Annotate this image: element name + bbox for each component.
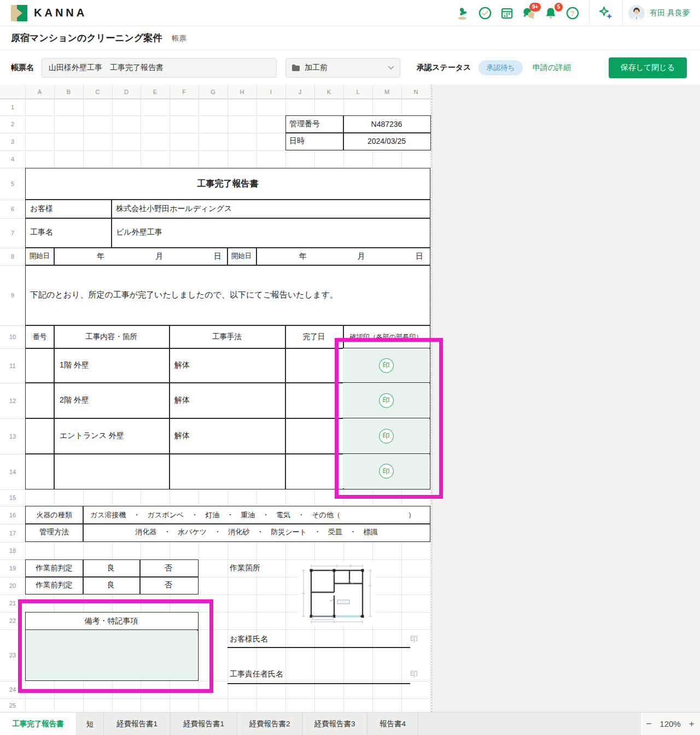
work-row-content[interactable]: 1階 外壁 — [60, 348, 167, 382]
column-header[interactable]: B — [54, 85, 83, 99]
start-date-label-cell-2[interactable]: 開始日 — [227, 248, 256, 264]
judge-label-cell[interactable]: 作業前判定 — [26, 577, 83, 593]
row-header[interactable]: 3 — [0, 133, 25, 150]
row-header[interactable]: 18 — [0, 542, 25, 559]
row-header[interactable]: 10 — [0, 325, 25, 348]
judge-good-cell[interactable]: 良 — [83, 577, 139, 593]
work-row-content[interactable]: エントランス 外壁 — [60, 418, 167, 453]
column-header[interactable]: M — [372, 85, 401, 99]
row-header[interactable]: 7 — [0, 218, 25, 248]
judge-bad-cell[interactable]: 否 — [139, 577, 197, 593]
row-header[interactable]: 16 — [0, 506, 25, 524]
save-and-close-button[interactable]: 保存して閉じる — [609, 57, 687, 78]
start-date-ymd-cell-2[interactable]: 年 月 日 — [256, 248, 429, 264]
fire-mgmt-block[interactable]: 火器の種類 ガス溶接機 ・ ガスボンベ ・ 灯油 ・ 重油 ・ 電気 ・ その他… — [25, 506, 430, 542]
row-header[interactable]: 25 — [0, 698, 25, 712]
column-header[interactable]: D — [112, 85, 141, 99]
manager-sign-label-cell[interactable]: 工事責任者氏名 — [230, 667, 323, 682]
row-header[interactable]: 13 — [0, 418, 25, 454]
date-label-cell[interactable]: 日時 — [289, 133, 342, 149]
mgmt-method-label-cell[interactable]: 管理方法 — [26, 523, 83, 541]
column-header[interactable]: K — [314, 85, 343, 99]
customer-label-cell[interactable]: お客様 — [30, 200, 109, 218]
tab-expense-2[interactable]: 経費報告書2 — [237, 713, 302, 735]
tab-short[interactable]: 短 — [77, 713, 104, 735]
work-row-method[interactable]: 解体 — [174, 382, 282, 418]
row-header[interactable]: 19 — [0, 559, 25, 577]
column-header[interactable]: G — [199, 85, 228, 99]
brand[interactable]: KANNA — [11, 5, 87, 21]
tab-expense-1b[interactable]: 経費報告書1 — [171, 713, 237, 735]
date-value-cell[interactable]: 2024/03/25 — [344, 133, 429, 149]
admin-no-value-cell[interactable]: N487236 — [344, 116, 429, 132]
row-header[interactable]: 12 — [0, 383, 25, 418]
row-header[interactable]: 6 — [0, 200, 25, 218]
row-header[interactable]: 9 — [0, 265, 25, 325]
tab-expense-1[interactable]: 経費報告書1 — [104, 713, 171, 735]
notifications-button[interactable]: 5 — [540, 2, 562, 24]
tab-expense-3[interactable]: 経費報告書3 — [302, 713, 368, 735]
doc-title-cell[interactable]: 工事完了報告書 — [25, 168, 430, 200]
row-header[interactable]: 8 — [0, 248, 25, 265]
tab-report[interactable]: 工事完了報告書 — [0, 713, 77, 735]
customer-value-cell[interactable]: 株式会社小野田ホールディングス — [116, 200, 422, 218]
row-header[interactable]: 14 — [0, 454, 25, 489]
column-header[interactable]: H — [228, 85, 256, 99]
work-row-method[interactable]: 解体 — [174, 348, 282, 382]
work-row-method[interactable]: 解体 — [174, 418, 282, 453]
stamp-tool-button[interactable] — [452, 2, 474, 24]
judgement-block[interactable]: 作業前判定 良 否 作業前判定 良 否 — [25, 559, 199, 594]
fire-type-label-cell[interactable]: 火器の種類 — [26, 506, 83, 523]
column-header[interactable]: C — [83, 85, 112, 99]
judge-bad-cell[interactable]: 否 — [139, 560, 197, 576]
th-content[interactable]: 工事内容・箇所 — [54, 326, 169, 348]
column-header[interactable]: F — [170, 85, 199, 99]
column-header[interactable]: L — [343, 85, 372, 99]
start-date-ymd-cell[interactable]: 年 月 日 — [54, 248, 227, 264]
column-header[interactable]: E — [141, 85, 170, 99]
user-menu[interactable]: 有田 具良夢 — [628, 5, 690, 21]
zoom-in-button[interactable]: + — [689, 719, 695, 730]
start-date-block[interactable]: 開始日 年 月 日 開始日 年 月 日 — [25, 248, 430, 265]
intro-block[interactable]: 下記のとおり、所定の工事が完了いたしましたので、以下にてご報告いたします。 — [25, 265, 430, 325]
approvals-button[interactable] — [474, 2, 496, 24]
column-header[interactable]: N — [401, 85, 430, 99]
form-name-input[interactable] — [42, 58, 277, 78]
chat-button[interactable]: 9+ — [518, 2, 540, 24]
column-header[interactable]: I — [256, 85, 285, 99]
customer-block[interactable]: お客様 株式会社小野田ホールディングス 工事名 ビル外壁工事 — [25, 200, 430, 248]
th-method[interactable]: 工事手法 — [169, 326, 285, 348]
judge-label-cell[interactable]: 作業前判定 — [26, 560, 83, 576]
admin-no-label-cell[interactable]: 管理番号 — [289, 116, 342, 132]
row-header[interactable]: 4 — [0, 150, 25, 168]
customer-sign-stamp[interactable]: 印 — [410, 634, 421, 645]
project-value-cell[interactable]: ビル外壁工事 — [116, 218, 422, 247]
work-area-label-cell[interactable]: 作業箇所 — [230, 561, 290, 575]
th-number[interactable]: 番号 — [26, 326, 54, 348]
start-date-label-cell[interactable]: 開始日 — [26, 248, 54, 264]
row-header[interactable]: 15 — [0, 489, 25, 506]
folder-dropdown[interactable]: 加工前 — [285, 58, 400, 78]
customer-sign-label-cell[interactable]: お客様氏名 — [230, 632, 306, 647]
zoom-out-button[interactable]: − — [646, 719, 651, 730]
admin-info-block[interactable]: 管理番号 N487236 日時 2024/03/25 — [285, 115, 431, 150]
project-label-cell[interactable]: 工事名 — [30, 218, 109, 247]
row-header[interactable]: 17 — [0, 524, 25, 542]
fire-type-options-cell[interactable]: ガス溶接機 ・ ガスボンベ ・ 灯油 ・ 重油 ・ 電気 ・ その他（ ） — [84, 506, 429, 523]
column-header[interactable]: A — [25, 85, 54, 99]
ai-assistant-button[interactable] — [595, 2, 617, 24]
row-header[interactable]: 2 — [0, 115, 25, 133]
application-detail-link[interactable]: 申請の詳細 — [533, 63, 571, 73]
calendar-button[interactable] — [496, 2, 518, 24]
help-button[interactable]: ? — [562, 2, 584, 24]
column-header[interactable]: J — [285, 85, 314, 99]
mgmt-method-options-cell[interactable]: 消化器 ・ 水バケツ ・ 消化砂 ・ 防災シート ・ 受皿 ・ 標識 — [84, 523, 429, 541]
row-header[interactable]: 20 — [0, 577, 25, 594]
row-header[interactable]: 1 — [0, 99, 25, 115]
work-row-content[interactable]: 2階 外壁 — [60, 382, 167, 418]
manager-sign-stamp[interactable]: 印 — [410, 669, 421, 680]
floor-plan-image[interactable] — [298, 562, 376, 626]
row-header[interactable]: 11 — [0, 348, 25, 383]
row-header[interactable]: 5 — [0, 168, 25, 200]
judge-good-cell[interactable]: 良 — [83, 560, 139, 576]
